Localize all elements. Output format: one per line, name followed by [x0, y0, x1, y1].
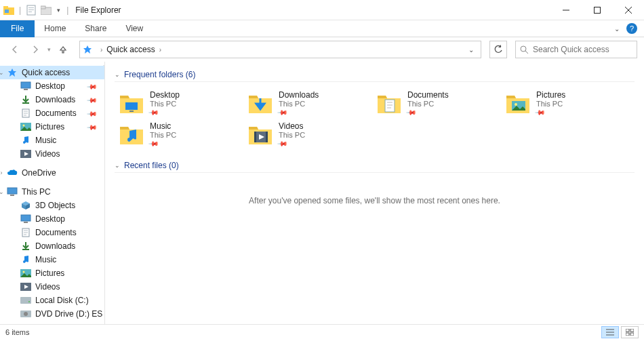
search-icon [520, 45, 529, 54]
expand-chevron-icon[interactable]: › [0, 170, 5, 176]
sidebar-item-pc[interactable]: Local Disk (C:) [0, 294, 104, 307]
folder-item[interactable]: VideosThis PC📌 [243, 120, 372, 148]
content-area[interactable]: ⌄ Frequent folders (6) DesktopThis PC📌Do… [105, 62, 644, 324]
svg-point-14 [521, 46, 526, 52]
svg-line-15 [525, 51, 528, 54]
folder-icon [20, 268, 31, 279]
sidebar-item-qa[interactable]: Music [0, 134, 104, 147]
folder-location: This PC [536, 100, 565, 108]
address-bar[interactable]: › Quick access › ⌄ [79, 41, 481, 58]
folder-name: Music [150, 121, 176, 131]
section-recent-files[interactable]: ⌄ Recent files (0) [115, 161, 635, 173]
tab-view[interactable]: View [116, 20, 153, 37]
new-folder-icon[interactable] [40, 3, 52, 18]
sidebar-item-pc[interactable]: Music [0, 253, 104, 266]
sidebar-item-this-pc[interactable]: ⌄ This PC [0, 185, 104, 199]
folder-icon [20, 148, 31, 159]
sidebar-item-qa[interactable]: Pictures📌 [0, 120, 104, 134]
ribbon-collapse-chevron-icon[interactable]: ⌄ [610, 25, 624, 33]
tab-share[interactable]: Share [75, 20, 116, 37]
sidebar-item-pc[interactable]: Desktop [0, 212, 104, 226]
folder-name: Documents [407, 90, 449, 100]
folder-item[interactable]: DesktopThis PC📌 [115, 89, 243, 117]
view-details-button[interactable] [601, 326, 619, 338]
address-dropdown-chevron-icon[interactable]: ⌄ [464, 46, 478, 54]
folder-item[interactable]: DownloadsThis PC📌 [243, 89, 372, 117]
folder-name: Videos [279, 121, 305, 131]
section-frequent-folders[interactable]: ⌄ Frequent folders (6) [115, 70, 635, 82]
search-input[interactable] [533, 45, 635, 54]
folder-name: Desktop [150, 90, 180, 100]
pin-icon: 📌 [150, 108, 180, 116]
help-button[interactable]: ? [626, 23, 637, 34]
folder-item[interactable]: PicturesThis PC📌 [501, 89, 630, 117]
folder-item[interactable]: DocumentsThis PC📌 [372, 89, 501, 117]
sidebar-item-qa[interactable]: Videos [0, 147, 104, 161]
sidebar-item-qa[interactable]: Desktop📌 [0, 79, 104, 93]
svg-point-38 [23, 271, 25, 273]
svg-rect-18 [24, 89, 28, 90]
sidebar-item-pc[interactable]: Downloads [0, 239, 104, 253]
svg-point-44 [24, 312, 28, 316]
folder-big-icon [505, 90, 531, 116]
pin-icon: 📌 [150, 140, 176, 147]
maximize-button[interactable] [582, 0, 613, 20]
pin-icon: 📌 [279, 108, 319, 116]
sidebar-label: 3D Objects [35, 201, 75, 210]
sidebar-label: Music [35, 136, 56, 145]
forward-button[interactable] [27, 41, 43, 58]
properties-icon[interactable] [25, 3, 37, 18]
sidebar-item-qa[interactable]: Downloads📌 [0, 93, 104, 106]
folder-icon [20, 94, 31, 105]
svg-rect-47 [385, 100, 395, 112]
folder-big-icon [247, 90, 273, 116]
expand-chevron-icon[interactable]: ⌄ [0, 69, 5, 76]
sidebar-item-onedrive[interactable]: › OneDrive [0, 166, 104, 180]
folder-big-icon [376, 90, 402, 116]
qat-separator: | [19, 5, 21, 15]
folder-icon [20, 200, 31, 211]
breadcrumb-current[interactable]: Quick access [106, 45, 155, 54]
minimize-button[interactable] [550, 0, 582, 20]
section-title: Recent files (0) [124, 161, 179, 170]
breadcrumb-chevron-icon[interactable]: › [159, 46, 161, 54]
view-large-icons-button[interactable] [621, 326, 639, 338]
folder-big-icon [119, 121, 144, 147]
folder-location: This PC [150, 100, 180, 108]
tab-home[interactable]: Home [35, 20, 75, 37]
section-chevron-icon[interactable]: ⌄ [115, 162, 120, 169]
sidebar-label: Downloads [35, 241, 75, 251]
sidebar-label: Pictures [35, 268, 64, 278]
pin-icon: 📌 [87, 94, 98, 105]
sidebar-item-pc[interactable]: Videos [0, 280, 104, 294]
svg-rect-17 [21, 82, 31, 88]
breadcrumb-chevron-icon[interactable]: › [100, 46, 102, 54]
sidebar-label: DVD Drive (D:) ES [35, 309, 102, 319]
sidebar-item-pc[interactable]: DVD Drive (D:) ES [0, 307, 104, 321]
section-chevron-icon[interactable]: ⌄ [115, 71, 120, 78]
sidebar-label: Documents [35, 108, 77, 118]
folder-name: Downloads [279, 90, 319, 100]
sidebar-item-quick-access[interactable]: ⌄ Quick access [0, 66, 104, 79]
tab-file[interactable]: File [0, 20, 35, 37]
back-button[interactable] [7, 41, 23, 58]
svg-rect-31 [24, 222, 28, 223]
refresh-button[interactable] [489, 41, 507, 58]
folder-icon [20, 308, 31, 319]
folder-big-icon [247, 121, 273, 147]
sidebar-item-pc[interactable]: 3D Objects [0, 199, 104, 212]
sidebar-item-qa[interactable]: Documents📌 [0, 106, 104, 120]
navigation-pane[interactable]: ‹ ⌄ Quick access Desktop📌Downloads📌Docum… [0, 62, 105, 324]
up-button[interactable] [55, 41, 71, 58]
sidebar-item-pc[interactable]: Documents [0, 226, 104, 239]
search-box[interactable] [515, 41, 637, 58]
folder-icon [20, 254, 31, 265]
onedrive-cloud-icon [7, 167, 18, 178]
qat-customize-chevron-icon[interactable]: ▾ [55, 7, 62, 14]
folder-item[interactable]: MusicThis PC📌 [115, 120, 243, 148]
history-chevron-icon[interactable]: ▾ [47, 46, 51, 53]
expand-chevron-icon[interactable]: ⌄ [0, 188, 5, 195]
close-button[interactable] [613, 0, 644, 20]
sidebar-label: This PC [22, 187, 51, 197]
sidebar-item-pc[interactable]: Pictures [0, 266, 104, 280]
